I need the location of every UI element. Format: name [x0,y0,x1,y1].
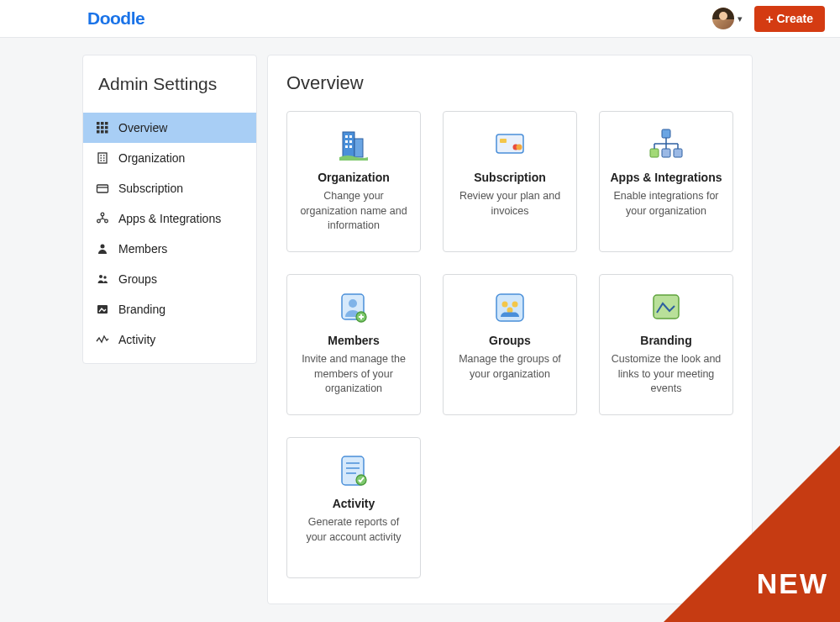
svg-rect-41 [650,149,659,157]
svg-rect-43 [674,149,682,157]
card-groups[interactable]: Groups Manage the groups of your organiz… [443,274,577,415]
svg-point-39 [517,145,522,150]
svg-rect-8 [105,130,108,134]
svg-point-25 [99,275,102,278]
card-title: Apps & Integrations [610,171,722,184]
card-desc: Invite and manage the members of your or… [297,352,410,397]
card-apps[interactable]: Apps & Integrations Enable integrations … [599,111,733,252]
people-icon [95,271,110,287]
card-title: Members [297,334,410,347]
svg-rect-1 [101,122,104,125]
svg-rect-32 [345,140,348,143]
card-desc: Review your plan and invoices [454,189,566,219]
create-button-label: Create [776,12,813,25]
card-desc: Generate reports of your account activit… [297,515,410,545]
svg-rect-28 [343,132,354,157]
apps-icon [95,211,110,226]
creditcard-icon [454,125,566,164]
sidebar-item-subscription[interactable]: Subscription [83,173,256,203]
svg-rect-35 [349,145,352,148]
svg-line-22 [100,219,103,220]
svg-rect-31 [349,135,352,138]
card-subscription[interactable]: Subscription Review your plan and invoic… [443,111,577,252]
create-button[interactable]: + Create [754,6,825,32]
avatar [712,8,734,29]
sidebar-item-organization[interactable]: Organization [83,143,256,173]
sidebar-item-label: Activity [118,333,155,346]
groups-icon [454,288,566,327]
building-icon [95,150,110,166]
card-activity[interactable]: Activity Generate reports of your accoun… [286,437,421,578]
topbar: Doodle ▾ + Create [0,0,840,38]
card-branding[interactable]: Branding Customize the look and links to… [599,274,733,415]
svg-rect-33 [349,140,352,143]
svg-rect-4 [101,126,104,129]
sidebar-item-label: Overview [118,121,167,134]
sidebar-item-overview[interactable]: Overview [83,113,256,143]
apps-icon [610,125,722,164]
sidebar-item-apps[interactable]: Apps & Integrations [83,203,256,234]
chevron-down-icon: ▾ [738,13,743,24]
svg-rect-0 [97,122,100,125]
card-title: Subscription [454,171,566,184]
card-title: Activity [297,497,410,510]
sidebar-item-groups[interactable]: Groups [83,264,256,294]
svg-rect-7 [101,130,104,134]
svg-line-23 [102,219,106,220]
svg-point-55 [502,302,508,308]
svg-point-50 [349,299,357,308]
svg-rect-9 [98,153,107,163]
sidebar-item-label: Apps & Integrations [118,212,221,225]
activity-icon [95,332,110,347]
brand-logo[interactable]: Doodle [87,8,144,29]
card-desc: Manage the groups of your organization [454,352,566,382]
user-menu[interactable]: ▾ [712,8,743,29]
card-title: Groups [454,334,566,347]
card-desc: Change your organization name and inform… [297,189,410,234]
svg-point-26 [103,276,106,278]
svg-rect-40 [662,129,670,138]
svg-rect-3 [97,126,100,129]
card-organization[interactable]: Organization Change your organization na… [286,111,421,252]
sidebar-item-label: Members [118,242,167,256]
svg-rect-29 [354,139,363,157]
svg-point-56 [512,302,518,308]
svg-rect-2 [105,122,108,125]
person-icon [95,241,110,256]
activity-icon [297,451,410,490]
sidebar-item-members[interactable]: Members [83,234,256,264]
svg-rect-16 [97,185,108,192]
svg-point-18 [101,213,104,216]
card-desc: Customize the look and links to your mee… [610,352,722,397]
svg-rect-34 [345,145,348,148]
svg-rect-36 [496,134,523,153]
svg-rect-6 [97,130,100,134]
member-icon [297,288,410,327]
sidebar-title: Admin Settings [83,55,256,113]
grid-icon [95,120,110,135]
image-icon [95,302,110,317]
sidebar: Admin Settings Overview Organization Sub… [82,55,257,364]
new-badge: NEW [757,567,828,600]
sidebar-item-branding[interactable]: Branding [83,294,256,324]
svg-rect-30 [345,135,348,138]
sidebar-item-label: Groups [118,272,157,286]
svg-rect-37 [500,139,507,143]
plus-icon: + [766,12,774,26]
creditcard-icon [95,181,110,196]
card-desc: Enable integrations for your organizatio… [610,189,722,219]
svg-rect-42 [662,149,670,157]
svg-point-57 [507,308,513,314]
svg-rect-5 [105,126,108,129]
page-title: Overview [286,72,733,94]
branding-icon [610,288,722,327]
svg-point-24 [101,245,105,249]
sidebar-item-label: Branding [118,303,165,316]
sidebar-item-activity[interactable]: Activity [83,324,256,355]
sidebar-item-label: Subscription [118,182,183,195]
building-icon [297,125,410,164]
card-title: Branding [610,334,722,347]
card-title: Organization [297,171,410,184]
sidebar-item-label: Organization [118,151,185,165]
card-members[interactable]: Members Invite and manage the members of… [286,274,421,415]
